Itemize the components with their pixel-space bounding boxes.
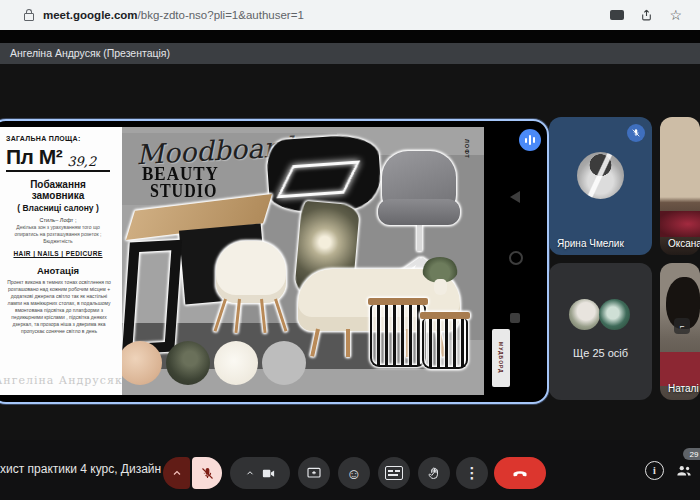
- url-domain: meet.google.com: [43, 9, 138, 21]
- mic-muted-badge: [627, 124, 645, 142]
- moss-swatch: [166, 341, 210, 385]
- gray-swatch: [262, 341, 306, 385]
- raise-hand-button[interactable]: [418, 457, 450, 489]
- participant-count-badge: 29: [683, 448, 700, 460]
- browser-address-bar[interactable]: meet.google.com/bkg-zdto-nso?pli=1&authu…: [0, 0, 700, 30]
- more-participants-label: Ще 25 осіб: [549, 347, 652, 359]
- android-recents-icon[interactable]: [510, 313, 520, 323]
- present-icon: [306, 465, 322, 481]
- chevron-up-icon: [245, 468, 255, 478]
- call-end-icon: [511, 464, 529, 482]
- participant-tile-yaryna[interactable]: Ярина Чмелик: [549, 117, 652, 255]
- meeting-toolbar: хист практики 4 курс, Дизайн ☺ ⋮ i 29: [0, 440, 700, 500]
- side-table-photo: [422, 319, 468, 369]
- mic-options-button[interactable]: [163, 457, 190, 489]
- more-participants-tile[interactable]: Ще 25 осіб: [549, 263, 652, 400]
- annotation-text: Проект викона в темних тонах освітлення …: [6, 279, 112, 335]
- client-wishes-subtitle: ( Власниці салону ): [6, 203, 110, 213]
- services-line: HAIR | NAILS | PEDICURE: [6, 250, 110, 257]
- meeting-info-button[interactable]: i: [645, 461, 664, 480]
- bookmark-star-icon[interactable]: ☆: [669, 7, 682, 23]
- emoji-icon: ☺: [346, 465, 361, 482]
- present-screen-button[interactable]: [298, 457, 330, 489]
- avatar: [569, 299, 600, 330]
- meeting-title: хист практики 4 курс, Дизайн: [0, 462, 161, 476]
- style-details: Декілька зон з урахуванням того що опира…: [6, 224, 110, 244]
- beauty-studio-title: BEAUTY STUDIO: [142, 165, 219, 200]
- vase-photo: [434, 279, 447, 295]
- wood-swatch: [122, 341, 162, 385]
- end-call-button[interactable]: [494, 457, 546, 489]
- white-armchair-photo: [212, 241, 292, 343]
- hand-icon: [427, 466, 442, 481]
- moodboard-collage: Moodboard BEAUTY STUDIO: [122, 127, 484, 395]
- annotation-title: Анотація: [6, 265, 110, 276]
- avatar: [577, 152, 624, 199]
- audio-playing-indicator-icon: [519, 129, 541, 151]
- android-nav-bar: [492, 121, 543, 398]
- avatar: [599, 299, 630, 330]
- presenter-bar: Ангеліна Андрусяк (Презентація): [0, 43, 700, 64]
- participant-video: [660, 211, 700, 237]
- screen-share-frame[interactable]: ЗАГАЛЬНА ПЛОЩА: Пл М² 39,2 Побажання зам…: [0, 119, 549, 404]
- participant-tile-natali[interactable]: ⌐ Наталі: [660, 263, 700, 400]
- captions-icon: [385, 466, 403, 480]
- mic-toggle-button-muted[interactable]: [192, 457, 222, 489]
- participant-name: Оксана: [668, 238, 700, 249]
- android-home-icon[interactable]: [509, 251, 523, 265]
- author-watermark: Ангеліна Андрусяк: [0, 374, 123, 387]
- area-number: 39,2: [67, 154, 96, 169]
- moodboard-text-panel: ЗАГАЛЬНА ПЛОЩА: Пл М² 39,2 Побажання зам…: [0, 127, 122, 395]
- style-line: Стиль– Лофт ;: [6, 217, 110, 223]
- more-options-button[interactable]: ⋮: [456, 457, 488, 489]
- camera-icon: [261, 466, 276, 481]
- people-icon: [674, 461, 694, 479]
- android-back-icon[interactable]: [510, 191, 520, 203]
- ssl-lock-icon: [24, 13, 34, 21]
- camera-button-group[interactable]: [230, 457, 290, 489]
- boucle-swatch: [214, 341, 258, 385]
- participants-panel-button[interactable]: [674, 461, 694, 483]
- window-gap: [0, 30, 700, 43]
- captions-button[interactable]: [378, 457, 410, 489]
- more-vert-icon: ⋮: [465, 464, 480, 482]
- client-wishes-title: Побажання замовника: [6, 179, 110, 201]
- total-area-label: ЗАГАЛЬНА ПЛОЩА:: [6, 135, 116, 142]
- url-text[interactable]: meet.google.com/bkg-zdto-nso?pli=1&authu…: [43, 9, 304, 21]
- participant-name: Ярина Чмелик: [557, 238, 624, 249]
- share-icon[interactable]: [640, 8, 653, 22]
- participant-video: [660, 352, 700, 386]
- portrait-frame-icon: ⌐: [674, 318, 690, 334]
- url-path: /bkg-zdto-nso?pli=1&authuser=1: [138, 9, 304, 21]
- participant-name: Наталі: [668, 383, 699, 394]
- side-table-photo: [370, 305, 426, 367]
- tab-media-indicator-icon: [610, 10, 624, 20]
- area-value: Пл М²: [6, 145, 62, 169]
- participant-tile-oksana[interactable]: Оксана: [660, 117, 700, 255]
- reactions-button[interactable]: ☺: [338, 457, 370, 489]
- loft-vertical-label: ЛОФТ: [464, 139, 470, 159]
- presenter-name: Ангеліна Андрусяк (Презентація): [10, 47, 170, 59]
